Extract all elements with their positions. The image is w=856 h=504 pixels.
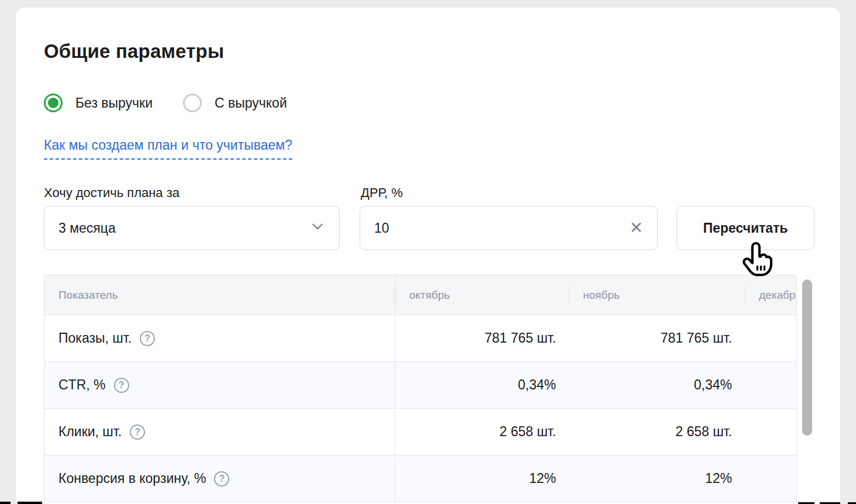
column-divider [745,286,745,304]
chevron-down-icon [310,219,325,237]
column-header-december: декабрь [745,275,797,315]
help-icon[interactable]: ? [114,378,129,393]
parameters-panel: Общие параметры Без выручки С выручкой К… [16,8,840,504]
metric-label: Показы, шт. [58,330,132,346]
plan-period-label: Хочу достичь плана за [44,185,180,201]
column-divider [395,286,396,304]
metric-value-december [745,409,796,455]
table-row: Конверсия в корзину, % ? 12% 12% [44,455,796,502]
metric-label: Клики, шт. [58,424,122,440]
table-body: Показы, шт. ? 781 765 шт. 781 765 шт. CT… [44,315,796,502]
radio-selected-icon [44,94,63,112]
metric-label: CTR, % [58,377,106,393]
drr-label: ДРР, % [361,185,403,201]
table-row: CTR, % ? 0,34% 0,34% [44,362,796,409]
column-header-october: октябрь [395,275,569,315]
help-icon[interactable]: ? [140,331,155,346]
radio-option-without-revenue[interactable]: Без выручки [44,94,153,112]
clear-input-icon[interactable]: ✕ [630,220,643,236]
drr-input[interactable]: 10 ✕ [360,206,658,250]
column-header-november: ноябрь [569,275,745,315]
radio-option-label: Без выручки [75,95,153,111]
how-we-build-plan-link[interactable]: Как мы создаем план и что учитываем? [44,137,292,160]
table-scrollbar-thumb[interactable] [802,279,812,436]
metric-value-october: 781 765 шт. [395,315,569,361]
table-row: Клики, шт. ? 2 658 шт. 2 658 шт. [44,409,796,455]
metric-value-november: 2 658 шт. [569,409,745,455]
radio-option-label: С выручкой [215,95,287,111]
plan-period-value: 3 месяца [58,220,116,236]
help-icon[interactable]: ? [214,471,229,486]
drr-input-value: 10 [374,220,389,236]
metric-value-november: 0,34% [569,362,745,408]
crop-mark [0,502,11,504]
revenue-mode-radio-group: Без выручки С выручкой [44,94,287,112]
metric-value-december [745,362,796,408]
table-row: Показы, шт. ? 781 765 шт. 781 765 шт. [44,315,796,362]
radio-option-with-revenue[interactable]: С выручкой [183,94,287,112]
crop-mark [18,502,42,504]
radio-unselected-icon [183,94,202,112]
metric-label: Конверсия в корзину, % [58,471,206,486]
metric-value-october: 12% [395,455,569,502]
plan-period-select[interactable]: 3 месяца [44,206,340,250]
column-divider [569,286,569,304]
column-header-metric: Показатель [44,275,395,315]
metric-value-november: 781 765 шт. [569,315,745,361]
metric-value-november: 12% [569,455,745,502]
metric-value-october: 0,34% [395,362,569,408]
help-icon[interactable]: ? [130,424,145,440]
metric-value-october: 2 658 шт. [395,409,569,455]
table-header-row: Показатель октябрь ноябрь декабрь [44,275,796,315]
metric-value-december [745,315,796,361]
page-title: Общие параметры [44,40,224,63]
metric-value-december [745,455,796,502]
metrics-table: Показатель октябрь ноябрь декабрь Показы… [44,275,797,504]
recalculate-button[interactable]: Пересчитать [676,206,814,250]
